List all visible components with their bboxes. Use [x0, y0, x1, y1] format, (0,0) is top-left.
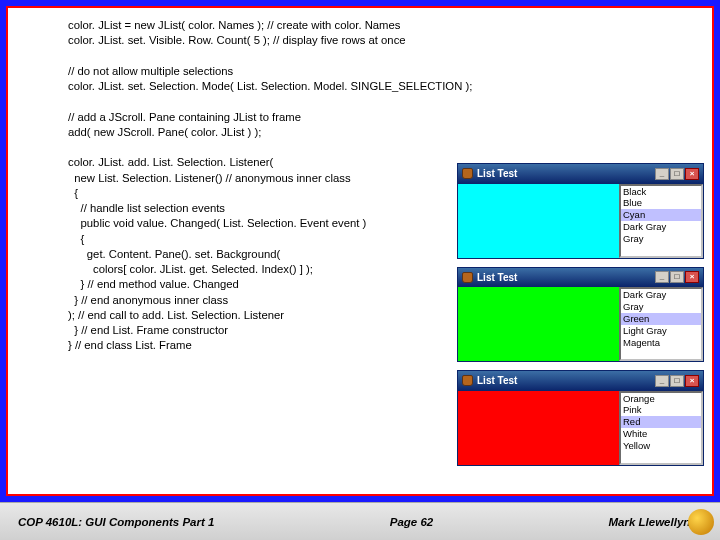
close-button[interactable]: ×: [685, 271, 699, 283]
color-listbox[interactable]: Dark GrayGrayGreenLight GrayMagenta: [619, 287, 703, 361]
footer-course: COP 4610L: GUI Components Part 1: [18, 516, 214, 528]
ucf-logo-icon: [688, 509, 714, 535]
maximize-button[interactable]: □: [670, 168, 684, 180]
mini-window: List Test_□×Dark GrayGrayGreenLight Gray…: [457, 267, 704, 363]
code-line: color. JList = new JList( color. Names )…: [68, 19, 400, 31]
list-item[interactable]: Gray: [621, 301, 701, 313]
code-line: new List. Selection. Listener() // anony…: [68, 172, 351, 184]
color-pane: [458, 287, 619, 361]
maximize-button[interactable]: □: [670, 271, 684, 283]
list-item[interactable]: Light Gray: [621, 325, 701, 337]
list-item[interactable]: Gray: [621, 233, 701, 245]
list-item[interactable]: Magenta: [621, 337, 701, 349]
slide: color. JList = new JList( color. Names )…: [0, 0, 720, 540]
list-item[interactable]: Yellow: [621, 440, 701, 452]
close-button[interactable]: ×: [685, 375, 699, 387]
minimize-button[interactable]: _: [655, 375, 669, 387]
code-line: // do not allow multiple selections: [68, 65, 233, 77]
list-item[interactable]: White: [621, 428, 701, 440]
list-item[interactable]: Dark Gray: [621, 289, 701, 301]
maximize-button[interactable]: □: [670, 375, 684, 387]
code-line: {: [68, 187, 84, 199]
color-listbox[interactable]: OrangePinkRedWhiteYellow: [619, 391, 703, 465]
minimize-button[interactable]: _: [655, 271, 669, 283]
java-icon: [462, 272, 473, 283]
java-icon: [462, 375, 473, 386]
footer-page: Page 62: [390, 516, 433, 528]
code-line: get. Content. Pane(). set. Background(: [68, 248, 283, 260]
code-line: } // end List. Frame constructor: [68, 324, 228, 336]
slide-content: color. JList = new JList( color. Names )…: [6, 6, 714, 496]
color-pane: [458, 391, 619, 465]
code-line: public void value. Changed( List. Select…: [68, 217, 366, 229]
footer: COP 4610L: GUI Components Part 1 Page 62…: [0, 502, 720, 540]
code-line: add( new JScroll. Pane( color. JList ) )…: [68, 126, 261, 138]
titlebar[interactable]: List Test_□×: [458, 371, 703, 391]
window-title: List Test: [477, 167, 517, 181]
list-item[interactable]: Pink: [621, 404, 701, 416]
code-line: } // end method value. Changed: [68, 278, 239, 290]
mini-window: List Test_□×BlackBlueCyanDark GrayGray: [457, 163, 704, 259]
titlebar[interactable]: List Test_□×: [458, 268, 703, 288]
minimize-button[interactable]: _: [655, 168, 669, 180]
code-line: color. JList. set. Visible. Row. Count( …: [68, 34, 406, 46]
list-item[interactable]: Black: [621, 186, 701, 198]
code-line: // handle list selection events: [68, 202, 225, 214]
code-line: {: [68, 233, 84, 245]
code-line: colors[ color. JList. get. Selected. Ind…: [68, 263, 313, 275]
list-item[interactable]: Blue: [621, 197, 701, 209]
code-line: } // end class List. Frame: [68, 339, 192, 351]
list-item[interactable]: Dark Gray: [621, 221, 701, 233]
java-icon: [462, 168, 473, 179]
window-title: List Test: [477, 374, 517, 388]
color-pane: [458, 184, 619, 258]
titlebar[interactable]: List Test_□×: [458, 164, 703, 184]
code-line: color. JList. set. Selection. Mode( List…: [68, 80, 472, 92]
window-title: List Test: [477, 271, 517, 285]
code-line: } // end anonymous inner class: [68, 294, 228, 306]
list-item[interactable]: Red: [621, 416, 701, 428]
code-line: color. JList. add. List. Selection. List…: [68, 156, 273, 168]
color-listbox[interactable]: BlackBlueCyanDark GrayGray: [619, 184, 703, 258]
close-button[interactable]: ×: [685, 168, 699, 180]
mini-window: List Test_□×OrangePinkRedWhiteYellow: [457, 370, 704, 466]
window-stack: List Test_□×BlackBlueCyanDark GrayGrayLi…: [457, 163, 704, 474]
list-item[interactable]: Cyan: [621, 209, 701, 221]
list-item[interactable]: Orange: [621, 393, 701, 405]
list-item[interactable]: Green: [621, 313, 701, 325]
code-line: ); // end call to add. List. Selection. …: [68, 309, 284, 321]
code-line: // add a JScroll. Pane containing JList …: [68, 111, 301, 123]
